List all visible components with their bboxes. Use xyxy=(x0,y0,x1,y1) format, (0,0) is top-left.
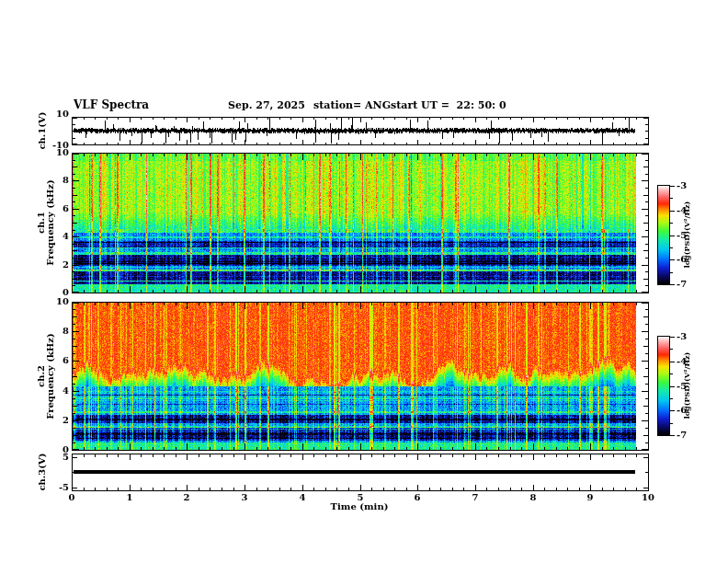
x-tick-label: 2 xyxy=(184,493,190,502)
x-tick-label: 6 xyxy=(415,493,421,502)
y-tick-label-ch2-freq: 6 xyxy=(63,356,69,365)
x-tick-label: 3 xyxy=(242,493,248,502)
colorbar1-tick-label: -5 xyxy=(677,231,687,240)
colorbar1-tick-label: -3 xyxy=(677,181,687,190)
y-tick-label-ch2-freq: 4 xyxy=(63,386,69,396)
y-tick-label-ch1-freq: 0 xyxy=(63,288,69,297)
header-start-ut: start UT = 22: 50: 0 xyxy=(391,99,506,111)
y-tick-label-ch2-freq: 8 xyxy=(63,327,69,336)
ch2-freq-axis-label: ch.2 Frequency (kHz) xyxy=(37,333,55,419)
y-tick-label-ch2-freq: 2 xyxy=(63,416,69,425)
y-tick-label-ch1-freq: 4 xyxy=(63,232,69,241)
y-tick-label-ch1-freq: 2 xyxy=(63,260,69,270)
ch1-spectrogram-panel xyxy=(72,153,648,293)
x-tick-label: 0 xyxy=(69,493,75,502)
y-tick-label-ch3-volt: 5 xyxy=(63,453,69,462)
ch1-waveform-panel xyxy=(72,117,648,144)
freq-axis-unit: Frequency (kHz) xyxy=(46,333,55,419)
x-tick-label: 9 xyxy=(587,493,594,502)
y-tick-label-ch1-freq: 8 xyxy=(63,176,69,185)
colorbar2-tick-label: -4 xyxy=(677,357,687,366)
y-tick-label-ch1-volt: 10 xyxy=(56,109,69,119)
colorbar2-tick-label: -3 xyxy=(677,332,687,341)
y-tick-label-ch2-freq: 10 xyxy=(56,297,69,306)
colorbar-ch1 xyxy=(658,186,670,284)
header-station: station= ANG xyxy=(313,99,391,111)
y-tick-label-ch1-volt: -10 xyxy=(52,141,69,150)
x-tick-label: 10 xyxy=(642,493,654,502)
freq-axis-unit: Frequency (kHz) xyxy=(46,179,55,265)
x-tick-label: 8 xyxy=(530,493,537,502)
figure-title: VLF Spectra xyxy=(74,98,149,111)
ch3-waveform-panel xyxy=(72,454,648,490)
x-tick-label: 7 xyxy=(472,493,479,502)
vlf-spectra-figure: VLF Spectra Sep. 27, 2025 station= ANG s… xyxy=(0,0,728,563)
colorbar1-tick-label: -6 xyxy=(677,255,687,264)
colorbar2-tick-label: -6 xyxy=(677,406,687,415)
x-tick-label: 1 xyxy=(127,493,133,502)
ch2-spectrogram-panel xyxy=(72,302,648,450)
colorbar1-tick-label: -7 xyxy=(677,280,687,289)
y-tick-label-ch3-volt: -5 xyxy=(59,483,69,492)
header-date: Sep. 27, 2025 xyxy=(228,99,305,111)
x-tick-label: 5 xyxy=(358,493,364,502)
y-tick-label-ch1-freq: 6 xyxy=(63,204,69,213)
colorbar2-tick-label: -5 xyxy=(677,382,687,391)
ch1-volt-axis-label: ch.1(V) xyxy=(38,111,47,149)
colorbar-ch2 xyxy=(658,337,670,435)
colorbar1-tick-label: -4 xyxy=(677,206,687,215)
x-tick-label: 4 xyxy=(300,493,306,502)
ch3-volt-axis-label: ch.3(V) xyxy=(38,453,47,490)
colorbar2-tick-label: -7 xyxy=(677,431,687,440)
time-axis-label: Time (min) xyxy=(331,502,389,511)
ch1-freq-axis-label: ch.1 Frequency (kHz) xyxy=(37,179,55,265)
